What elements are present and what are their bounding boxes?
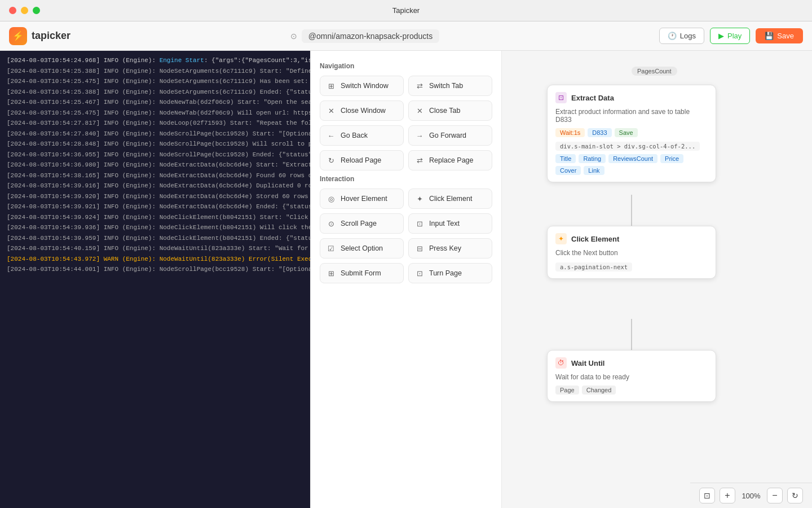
flow-node-header: ✦ Click Element — [555, 233, 708, 244]
logs-icon: 🕐 — [668, 32, 677, 40]
sidebar-item-hover-element[interactable]: ◎ Hover Element — [320, 189, 404, 209]
close-button[interactable] — [9, 7, 16, 14]
sidebar-item-select-option[interactable]: ☑ Select Option — [320, 238, 404, 259]
node-tag: Wait:1s — [555, 128, 585, 137]
node-columns: TitleRatingReviewsCountPriceCoverLink — [555, 154, 708, 175]
log-line: [2024-08-03T10:54:39.936] INFO (Engine):… — [0, 222, 310, 233]
switch-tab-label: Switch Tab — [429, 82, 463, 90]
main-layout: [2024-08-03T10:54:24.968] INFO (Engine):… — [0, 51, 812, 508]
go-back-icon: ← — [326, 130, 336, 141]
refresh-button[interactable]: ↻ — [787, 488, 803, 503]
node-title: Click Element — [571, 235, 619, 243]
node-tag: Changed — [582, 386, 616, 395]
submit-form-label: Submit Form — [341, 269, 381, 277]
play-button[interactable]: ▶ Play — [710, 28, 750, 44]
sidebar-item-switch-window[interactable]: ⊞ Switch Window — [320, 76, 404, 96]
reload-page-icon: ↻ — [326, 155, 336, 165]
sidebar-item-click-element[interactable]: ✦ Click Element — [408, 189, 492, 209]
replace-page-icon: ⇄ — [414, 155, 425, 165]
select-option-icon: ☑ — [326, 243, 336, 253]
save-label: Save — [777, 32, 794, 40]
flow-node-wait-until[interactable]: ⏱ Wait Until Wait for data to be readyPa… — [547, 350, 716, 402]
reload-page-label: Reload Page — [341, 156, 381, 164]
url-display: @omni/amazon-knapsack-products — [302, 29, 439, 43]
log-line: [2024-08-03T10:54:39.921] INFO (Engine):… — [0, 202, 310, 212]
zoom-in-button[interactable]: + — [720, 488, 735, 503]
replace-page-label: Replace Page — [429, 156, 474, 164]
node-tag: Save — [615, 128, 638, 137]
submit-form-icon: ⊞ — [326, 268, 336, 278]
click-element-icon: ✦ — [414, 194, 425, 204]
sidebar-item-close-window[interactable]: ✕ Close Window — [320, 100, 404, 121]
bottom-bar: ⊡ + 100% − ↻ — [690, 483, 812, 508]
log-line: [2024-08-03T10:54:39.924] INFO (Engine):… — [0, 212, 310, 223]
sidebar-item-submit-form[interactable]: ⊞ Submit Form — [320, 263, 404, 283]
flow-node-header: ⊡ Extract Data — [555, 92, 708, 103]
node-selector: div.s-main-slot > div.sg-col-4-of-2... — [555, 141, 708, 151]
flow-node-click-element[interactable]: ✦ Click Element Click the Next buttona.s… — [547, 226, 716, 279]
close-window-icon: ✕ — [326, 106, 336, 116]
log-line: [2024-08-03T10:54:38.165] INFO (Engine):… — [0, 170, 310, 181]
node-tags: PageChanged — [555, 386, 708, 395]
log-line: [2024-08-03T10:54:25.388] INFO (Engine):… — [0, 87, 310, 98]
sidebar-item-go-forward[interactable]: → Go Forward — [408, 125, 492, 146]
top-bar-actions: 🕐 Logs ▶ Play 💾 Save — [659, 28, 803, 44]
node-icon: ✦ — [555, 233, 567, 244]
log-line: [2024-08-03T10:54:39.920] INFO (Engine):… — [0, 191, 310, 202]
url-bar: ⊙ @omni/amazon-knapsack-products — [77, 29, 652, 43]
input-text-label: Input Text — [429, 220, 460, 227]
sidebar-item-input-text[interactable]: ⊡ Input Text — [408, 213, 492, 234]
navigation-grid: ⊞ Switch Window ⇄ Switch Tab ✕ Close Win… — [320, 76, 492, 170]
node-selector: a.s-pagination-next — [555, 261, 708, 271]
flow-connector — [631, 195, 632, 226]
sidebar-item-reload-page[interactable]: ↻ Reload Page — [320, 150, 404, 170]
save-button[interactable]: 💾 Save — [756, 28, 803, 43]
node-tag: Page — [555, 386, 579, 395]
log-line: [2024-08-03T10:54:25.475] INFO (Engine):… — [0, 108, 310, 119]
log-panel: [2024-08-03T10:54:24.968] INFO (Engine):… — [0, 51, 310, 508]
flow-connector — [631, 319, 632, 350]
input-text-icon: ⊡ — [414, 218, 425, 229]
go-forward-label: Go Forward — [429, 132, 466, 139]
minimize-button[interactable] — [21, 7, 28, 14]
logs-button[interactable]: 🕐 Logs — [659, 28, 704, 44]
scroll-page-icon: ⊙ — [326, 218, 336, 229]
fit-view-button[interactable]: ⊡ — [699, 488, 715, 503]
sidebar-item-replace-page[interactable]: ⇄ Replace Page — [408, 150, 492, 170]
hover-element-icon: ◎ — [326, 194, 336, 204]
node-title: Extract Data — [571, 94, 614, 102]
log-line: [2024-08-03T10:54:25.475] INFO (Engine):… — [0, 76, 310, 87]
log-line: [2024-08-03T10:54:28.848] INFO (Engine):… — [0, 139, 310, 150]
close-tab-icon: ✕ — [414, 106, 425, 116]
scroll-page-label: Scroll Page — [341, 220, 377, 227]
title-bar: Tapicker — [0, 0, 812, 21]
sidebar-item-close-tab[interactable]: ✕ Close Tab — [408, 100, 492, 121]
log-line: [2024-08-03T10:54:27.817] INFO (Engine):… — [0, 118, 310, 129]
logo-text: tapicker — [32, 30, 70, 42]
maximize-button[interactable] — [33, 7, 40, 14]
top-bar: ⚡ tapicker ⊙ @omni/amazon-knapsack-produ… — [0, 21, 812, 51]
play-icon: ▶ — [718, 32, 724, 40]
switch-window-icon: ⊞ — [326, 81, 336, 91]
sidebar-item-switch-tab[interactable]: ⇄ Switch Tab — [408, 76, 492, 96]
log-line: [2024-08-03T10:54:36.955] INFO (Engine):… — [0, 150, 310, 160]
go-back-label: Go Back — [341, 132, 368, 139]
sidebar-item-turn-page[interactable]: ⊡ Turn Page — [408, 263, 492, 283]
turn-page-icon: ⊡ — [414, 268, 425, 278]
logs-label: Logs — [680, 32, 696, 40]
log-line: [2024-08-03T10:54:25.467] INFO (Engine):… — [0, 97, 310, 108]
interaction-section-title: Interaction — [320, 175, 492, 183]
zoom-out-button[interactable]: − — [767, 488, 783, 503]
column-tag: Rating — [579, 154, 606, 163]
sidebar-item-go-back[interactable]: ← Go Back — [320, 125, 404, 146]
flow-node-extract-data[interactable]: ⊡ Extract Data Extract product informati… — [547, 85, 716, 182]
log-line: [2024-08-03T10:54:36.980] INFO (Engine):… — [0, 160, 310, 170]
sidebar-item-press-key[interactable]: ⊟ Press Key — [408, 238, 492, 259]
column-tag: Title — [555, 154, 576, 163]
column-tag: Cover — [555, 166, 581, 175]
sidebar-panel: Navigation ⊞ Switch Window ⇄ Switch Tab … — [310, 51, 502, 508]
switch-window-label: Switch Window — [341, 82, 389, 90]
window-controls — [9, 7, 40, 14]
sidebar-item-scroll-page[interactable]: ⊙ Scroll Page — [320, 213, 404, 234]
column-tag: ReviewsCount — [608, 154, 657, 163]
